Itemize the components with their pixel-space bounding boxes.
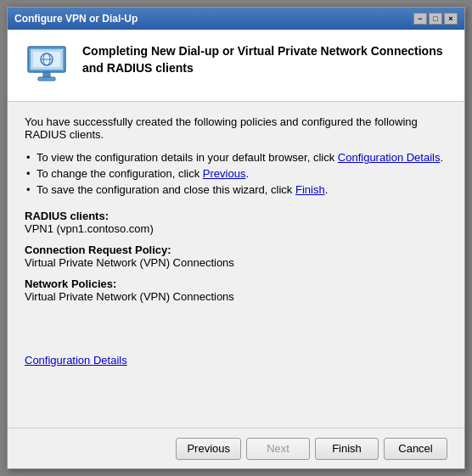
title-bar-label: Configure VPN or Dial-Up bbox=[14, 13, 138, 25]
intro-text: You have successfully created the follow… bbox=[25, 115, 447, 141]
radius-clients-section: RADIUS clients: VPN1 (vpn1.contoso.com) bbox=[25, 210, 447, 235]
bullet-3-text: To save the configuration and close this… bbox=[37, 183, 295, 196]
connection-policy-section: Connection Request Policy: Virtual Priva… bbox=[25, 244, 447, 269]
bullet-item-3: To save the configuration and close this… bbox=[25, 183, 447, 196]
header-title: Completing New Dial-up or Virtual Privat… bbox=[82, 43, 447, 76]
content-area: You have successfully created the follow… bbox=[8, 102, 464, 428]
network-policies-label: Network Policies: bbox=[25, 277, 447, 290]
network-policies-section: Network Policies: Virtual Private Networ… bbox=[25, 277, 447, 303]
configuration-details-link[interactable]: Configuration Details bbox=[25, 354, 127, 367]
radius-clients-value: VPN1 (vpn1.contoso.com) bbox=[25, 222, 447, 235]
header-area: Completing New Dial-up or Virtual Privat… bbox=[8, 30, 464, 102]
bullet-list: To view the configuration details in you… bbox=[25, 151, 447, 196]
radius-clients-label: RADIUS clients: bbox=[25, 210, 447, 222]
cancel-button[interactable]: Cancel bbox=[384, 438, 447, 460]
previous-link-inline[interactable]: Previous bbox=[203, 167, 246, 180]
footer-area: Previous Next Finish Cancel bbox=[8, 428, 464, 468]
previous-button[interactable]: Previous bbox=[176, 438, 241, 460]
bullet-2-text: To change the configuration, click bbox=[37, 167, 203, 180]
finish-link-inline[interactable]: Finish bbox=[295, 183, 325, 196]
minimize-button[interactable]: − bbox=[413, 13, 427, 25]
close-button[interactable]: × bbox=[444, 13, 458, 25]
bullet-1-text: To view the configuration details in you… bbox=[37, 151, 338, 164]
connection-policy-label: Connection Request Policy: bbox=[25, 244, 447, 256]
bullet-item-2: To change the configuration, click Previ… bbox=[25, 167, 447, 180]
dialog-window: Configure VPN or Dial-Up − □ × bbox=[7, 7, 465, 469]
computer-icon bbox=[25, 43, 69, 87]
next-button: Next bbox=[246, 438, 310, 460]
svg-rect-7 bbox=[38, 77, 55, 81]
finish-button[interactable]: Finish bbox=[315, 438, 379, 460]
title-bar-text: Configure VPN or Dial-Up bbox=[14, 13, 138, 25]
config-details-link-inline[interactable]: Configuration Details bbox=[338, 151, 441, 164]
svg-rect-6 bbox=[43, 72, 50, 77]
bullet-item-1: To view the configuration details in you… bbox=[25, 151, 447, 164]
title-bar-controls: − □ × bbox=[413, 13, 458, 25]
title-bar: Configure VPN or Dial-Up − □ × bbox=[8, 8, 464, 30]
connection-policy-value: Virtual Private Network (VPN) Connection… bbox=[25, 256, 447, 269]
network-policies-value: Virtual Private Network (VPN) Connection… bbox=[25, 290, 447, 303]
maximize-button[interactable]: □ bbox=[429, 13, 442, 25]
